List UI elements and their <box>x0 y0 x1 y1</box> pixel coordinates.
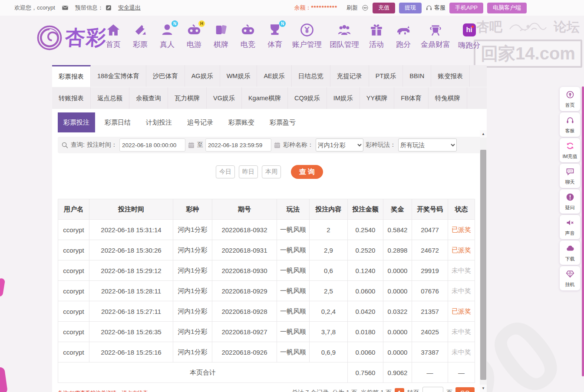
nav-item-6[interactable]: 电竞 <box>238 23 257 49</box>
scroll-down-button[interactable]: ▼ <box>480 385 487 392</box>
subtab-2[interactable]: 彩票日结 <box>99 112 136 132</box>
tab-r2-7[interactable]: CQ9娱乐 <box>288 87 327 109</box>
quick-btn-3[interactable]: 本周 <box>262 165 281 178</box>
tab-r1-7[interactable]: 日结总览 <box>292 65 330 87</box>
calendar-icon[interactable] <box>188 142 195 149</box>
sidebar-item-7[interactable]: 下载 <box>560 240 580 265</box>
scroll-up-button[interactable]: ▲ <box>480 130 487 138</box>
tab-r2-6[interactable]: Kgame棋牌 <box>242 87 288 109</box>
deposit-button[interactable]: 充值 <box>373 3 395 13</box>
gamepad-icon-wrap: H <box>187 23 201 37</box>
sidebar-item-2[interactable]: 客服 <box>560 112 580 137</box>
brand-logo[interactable]: 杏彩 <box>36 24 107 51</box>
hi-app-icon-wrap: hi <box>462 23 477 38</box>
mobile-app-button[interactable]: 手机APP <box>449 3 483 13</box>
nav-item-13[interactable]: hi嗨跑分 <box>458 23 480 50</box>
status-cell[interactable]: 未中奖 <box>448 281 475 301</box>
subtab-4[interactable]: 追号记录 <box>181 112 219 132</box>
tab-r1-1[interactable]: 彩票报表 <box>52 65 91 87</box>
nav-label: 嗨跑分 <box>458 40 480 50</box>
sidebar-item-4[interactable]: 聊天 <box>560 164 580 188</box>
subtab-5[interactable]: 彩票账变 <box>223 112 260 132</box>
pc-client-button[interactable]: 电脑客户端 <box>487 3 527 13</box>
tab-r1-11[interactable]: 账变报表 <box>431 65 470 87</box>
lottery-select[interactable]: 河内1分彩 <box>316 138 363 152</box>
edit-icon[interactable] <box>106 5 112 11</box>
time-to-input[interactable] <box>205 138 271 152</box>
tab-r2-5[interactable]: VG娱乐 <box>207 87 242 109</box>
cell-col-6: 0,2,4 <box>310 301 348 322</box>
sidebar-item-6[interactable]: 声音 <box>560 215 580 239</box>
play-select[interactable]: 所有玩法 <box>398 138 457 152</box>
status-cell[interactable]: 已派奖 <box>448 301 475 322</box>
nav-item-11[interactable]: 跑分 <box>394 23 413 49</box>
refresh-link[interactable]: 刷新 <box>346 4 358 12</box>
tab-r2-10[interactable]: FB体育 <box>394 87 429 109</box>
nav-item-12[interactable]: 金鼎财富 <box>421 23 450 49</box>
tab-r2-4[interactable]: 瓦力棋牌 <box>168 87 207 109</box>
tab-r1-3[interactable]: 沙巴体育 <box>146 65 185 87</box>
nav-item-10[interactable]: 活动 <box>367 23 386 49</box>
subtab-1[interactable]: 彩票投注 <box>58 112 95 132</box>
nav-item-5[interactable]: 棋牌 <box>211 23 231 49</box>
cell-col-9: 37387 <box>412 342 448 362</box>
tab-r1-4[interactable]: AG娱乐 <box>185 65 220 87</box>
nav-item-9[interactable]: 团队管理 <box>330 23 359 49</box>
status-cell[interactable]: 未中奖 <box>448 322 475 342</box>
service-link[interactable]: 客服 <box>426 4 445 12</box>
sidebar-label: 声音 <box>560 230 580 237</box>
nav-item-1[interactable]: 首页 <box>104 23 123 49</box>
logout-link[interactable]: 安全退出 <box>118 4 141 12</box>
quick-btn-2[interactable]: 昨日 <box>239 165 258 178</box>
subtab-3[interactable]: 计划投注 <box>140 112 178 132</box>
nav-item-3[interactable]: N真人 <box>158 23 177 49</box>
tab-r2-11[interactable]: 特兔棋牌 <box>429 87 467 109</box>
current-page-badge[interactable]: 1 <box>395 388 404 392</box>
pink-decoration <box>0 367 8 392</box>
goto-page-input[interactable] <box>422 387 443 392</box>
tab-row-2: 转账报表返点总额余额查询瓦力棋牌VG娱乐Kgame棋牌CQ9娱乐IM娱乐YY棋牌… <box>52 87 487 109</box>
cell-col-4: 20220618-0928 <box>212 301 277 322</box>
content-scrollbar[interactable]: ▲ ▼ <box>480 130 487 392</box>
sidebar-item-8[interactable]: 挂机 <box>560 266 580 290</box>
sidebar-item-5[interactable]: 疑问 <box>560 189 580 214</box>
tab-r1-5[interactable]: WM娱乐 <box>220 65 257 87</box>
tab-r2-2[interactable]: 返点总额 <box>91 87 129 109</box>
tab-r2-9[interactable]: YY棋牌 <box>360 87 394 109</box>
sidebar-label: 下载 <box>560 256 580 262</box>
nav-item-7[interactable]: N体育 <box>265 23 284 49</box>
tab-r2-3[interactable]: 余额查询 <box>129 87 168 109</box>
go-button[interactable]: GO <box>455 387 475 392</box>
search-button[interactable]: 查 询 <box>291 165 323 179</box>
status-cell[interactable]: 已派奖 <box>448 240 475 260</box>
tab-r1-10[interactable]: BBIN <box>403 65 431 87</box>
eye-icon[interactable] <box>362 4 369 11</box>
envelope-icon[interactable] <box>62 4 69 11</box>
tab-r1-2[interactable]: 188金宝博体育 <box>91 65 146 87</box>
query-bar: 查询: 投注时间： 至 彩种名称： 河内1分彩 彩种玩法： 所有玩法 <box>58 137 481 153</box>
diamond-icon <box>566 270 574 278</box>
tab-r1-6[interactable]: AE娱乐 <box>257 65 291 87</box>
brand-logo-icon <box>36 25 63 51</box>
tab-r2-8[interactable]: IM娱乐 <box>327 87 360 109</box>
quick-btn-1[interactable]: 今日 <box>216 165 235 178</box>
time-from-input[interactable] <box>119 138 185 152</box>
nav-item-8[interactable]: 账户管理 <box>292 23 322 49</box>
sidebar-item-3[interactable]: IM充值 <box>560 138 580 162</box>
nav-item-4[interactable]: H电游 <box>185 23 204 49</box>
table-row: ccorypt2022-06-18 15:29:12河内1分彩20220618-… <box>58 260 475 281</box>
nav-item-2[interactable]: 彩票 <box>131 23 150 49</box>
tab-r2-1[interactable]: 转账报表 <box>52 87 91 109</box>
tab-r1-8[interactable]: 充提记录 <box>330 65 369 87</box>
sidebar-item-1[interactable]: 首页 <box>560 87 580 111</box>
status-cell[interactable]: 未中奖 <box>448 342 475 362</box>
withdraw-button[interactable]: 提现 <box>399 3 422 13</box>
status-cell[interactable]: 已派奖 <box>448 220 475 240</box>
welcome-text: 欢迎您，ccorypt <box>14 4 55 12</box>
cell-col-3: 河内1分彩 <box>173 342 212 362</box>
subtab-6[interactable]: 彩票盈亏 <box>264 112 301 132</box>
calendar-icon[interactable] <box>274 142 281 149</box>
scrollbar-thumb[interactable] <box>480 150 486 380</box>
status-cell[interactable]: 未中奖 <box>448 260 475 281</box>
tab-r1-9[interactable]: PT娱乐 <box>369 65 403 87</box>
